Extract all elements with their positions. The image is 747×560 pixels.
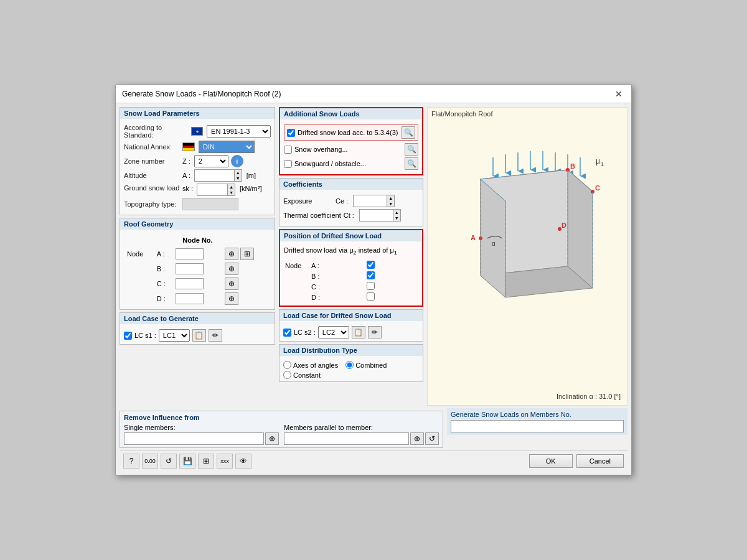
drifted-checkbox[interactable] xyxy=(287,129,295,137)
node-a-input[interactable]: 15 xyxy=(176,248,204,259)
lc-s2-edit-btn[interactable]: ✏ xyxy=(368,326,382,338)
remove-influence-header: Remove Influence from xyxy=(124,414,439,421)
thermal-down-btn[interactable]: ▼ xyxy=(393,215,400,221)
altitude-unit: [m] xyxy=(247,172,256,179)
annex-select[interactable]: DIN xyxy=(199,141,255,153)
inclination-unit: [°] xyxy=(614,393,621,400)
altitude-row: Altitude A : 100.000 ▲ ▼ [m] xyxy=(124,169,271,182)
node-a-table-btn[interactable]: ⊞ xyxy=(240,248,254,260)
drifted-node-a-checkbox[interactable] xyxy=(367,261,375,269)
bottom-toolbar: ? 0.00 ↺ 💾 ⊞ xxx 👁 OK Cancel xyxy=(120,450,627,471)
node-a-select-btn[interactable]: ⊕ xyxy=(225,248,238,260)
lc-s2-select[interactable]: LC2 xyxy=(318,326,349,338)
position-drifted-panel: Position of Drifted Snow Load Drifted sn… xyxy=(279,229,423,307)
altitude-spin-buttons: ▲ ▼ xyxy=(235,169,242,182)
additional-snow-header: Additional Snow Loads xyxy=(280,108,422,119)
position-drifted-header: Position of Drifted Snow Load xyxy=(280,230,422,241)
overhang-checkbox[interactable] xyxy=(284,146,292,154)
snowguard-info-btn[interactable]: 🔍 xyxy=(405,157,418,170)
parallel-members-input[interactable] xyxy=(284,432,409,445)
altitude-down-btn[interactable]: ▼ xyxy=(235,175,242,181)
cancel-button[interactable]: Cancel xyxy=(576,454,624,468)
grid-toolbar-btn[interactable]: ⊞ xyxy=(198,454,214,469)
single-members-input[interactable] xyxy=(124,432,264,445)
overhang-info-btn[interactable]: 🔍 xyxy=(405,143,418,156)
exposure-up-btn[interactable]: ▲ xyxy=(387,195,394,201)
combined-radio[interactable] xyxy=(345,361,354,369)
topography-label: Topography type: xyxy=(124,200,180,208)
ground-snow-unit: [kN/m²] xyxy=(240,185,261,192)
axes-radio[interactable] xyxy=(283,361,291,369)
node-b-select-btn[interactable]: ⊕ xyxy=(225,263,238,275)
ground-snow-input[interactable]: 0.85 xyxy=(197,184,228,196)
standard-select[interactable]: EN 1991-1-3 xyxy=(207,125,271,138)
constant-radio-option: Constant xyxy=(283,371,419,379)
topography-input[interactable] xyxy=(182,198,238,210)
altitude-input[interactable]: 100.000 xyxy=(194,169,235,182)
node-d-select-btn[interactable]: ⊕ xyxy=(225,292,238,305)
generate-members-input[interactable]: 4,13 xyxy=(451,420,624,432)
single-members-input-row: ⊕ xyxy=(124,432,279,445)
snow-load-params-content: According to Standard: ★ EN 1991-1-3 Nat… xyxy=(120,121,275,215)
right-column: Flat/Monopitch Roof xyxy=(427,107,627,406)
dialog-body: Snow Load Parameters According to Standa… xyxy=(116,103,631,475)
save-toolbar-btn[interactable]: 💾 xyxy=(179,454,195,469)
ground-snow-down-btn[interactable]: ▼ xyxy=(228,190,235,195)
middle-column: Additional Snow Loads Drifted snow load … xyxy=(279,107,423,406)
svg-text:D: D xyxy=(561,222,566,229)
lc-s2-copy-btn[interactable]: 📋 xyxy=(352,326,365,338)
lc-s2-checkbox[interactable] xyxy=(283,329,291,337)
values-toolbar-btn[interactable]: 0.00 xyxy=(142,454,158,469)
parallel-members-col: Members parallel to member: ⊕ ↺ xyxy=(284,424,439,445)
thermal-up-btn[interactable]: ▲ xyxy=(393,210,400,215)
single-members-select-btn[interactable]: ⊕ xyxy=(265,432,279,445)
lc-s1-select[interactable]: LC1 xyxy=(159,329,190,342)
ground-snow-up-btn[interactable]: ▲ xyxy=(228,184,235,190)
diagram-area: μ 1 xyxy=(428,120,627,418)
zone-info-button[interactable]: i xyxy=(231,155,243,167)
roof-geometry-header: Roof Geometry xyxy=(120,218,275,230)
snowguard-checkbox[interactable] xyxy=(284,160,292,168)
node-b-input[interactable]: 5 xyxy=(176,263,204,274)
lc-s1-checkbox[interactable] xyxy=(124,332,132,340)
parallel-members-clear-btn[interactable]: ↺ xyxy=(425,432,439,445)
exposure-down-btn[interactable]: ▼ xyxy=(387,201,394,207)
thermal-input[interactable]: 1.000 xyxy=(359,209,393,222)
axes-label: Axes of angles xyxy=(293,362,338,369)
node-c-select-btn[interactable]: ⊕ xyxy=(225,278,238,290)
lc-s1-label: LC s1 : xyxy=(134,332,156,339)
annex-label: National Annex: xyxy=(124,143,180,151)
overhang-row: Snow overhang... 🔍 xyxy=(284,143,418,156)
inclination-label: Inclination α : 31.0 [°] xyxy=(557,393,621,400)
ok-button[interactable]: OK xyxy=(529,454,573,468)
title-bar: Generate Snow Loads - Flat/Monopitch Roo… xyxy=(116,85,631,103)
exposure-input[interactable]: 1.000 xyxy=(353,195,387,207)
main-content-row: Snow Load Parameters According to Standa… xyxy=(120,107,627,406)
altitude-up-btn[interactable]: ▲ xyxy=(235,170,242,175)
parallel-members-select-btn[interactable]: ⊕ xyxy=(410,432,424,445)
thermal-ct-label: Ct : xyxy=(344,212,354,219)
parallel-members-input-row: ⊕ ↺ xyxy=(284,432,439,445)
lc-s1-copy-btn[interactable]: 📋 xyxy=(192,329,206,342)
drifted-node-c-checkbox[interactable] xyxy=(367,282,375,290)
drifted-label: Drifted snow load acc. to 5.3.4(3) xyxy=(298,129,398,136)
view-toolbar-btn[interactable]: 👁 xyxy=(235,454,251,469)
altitude-a-label: A : xyxy=(182,172,190,179)
reset-toolbar-btn[interactable]: ↺ xyxy=(161,454,177,469)
combined-label: Combined xyxy=(355,362,387,369)
node-d-input[interactable]: 16 xyxy=(176,293,204,304)
exposure-row: Exposure Ce : 1.000 ▲ ▼ xyxy=(283,195,419,207)
drifted-node-b-checkbox[interactable] xyxy=(367,271,375,279)
node-c-input[interactable]: 6 xyxy=(176,278,204,289)
lc-s1-edit-btn[interactable]: ✏ xyxy=(209,329,222,342)
load-case-generate-panel: Load Case to Generate LC s1 : LC1 📋 ✏ xyxy=(120,312,275,345)
drifted-info-btn[interactable]: 🔍 xyxy=(402,126,415,139)
help-toolbar-btn[interactable]: ? xyxy=(123,454,139,469)
ground-snow-row: Ground snow load sk : 0.85 ▲ ▼ [kN/m²] xyxy=(124,184,271,196)
drifted-node-d-checkbox[interactable] xyxy=(367,292,375,301)
close-button[interactable]: ✕ xyxy=(613,89,625,99)
xxx-toolbar-btn[interactable]: xxx xyxy=(217,454,233,469)
dialog-title: Generate Snow Loads - Flat/Monopitch Roo… xyxy=(122,90,281,98)
constant-radio[interactable] xyxy=(283,371,291,379)
zone-select[interactable]: 2 xyxy=(194,155,228,167)
